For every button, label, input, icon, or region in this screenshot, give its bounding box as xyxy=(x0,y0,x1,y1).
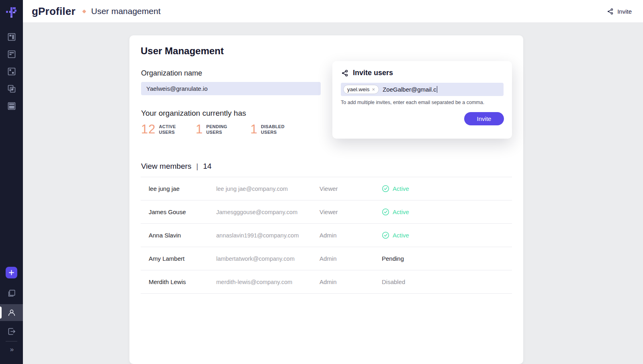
chip-remove-icon[interactable]: × xyxy=(372,86,375,92)
add-icon[interactable] xyxy=(6,267,17,278)
member-status-label: Pending xyxy=(382,255,404,262)
stat-value: 1 xyxy=(196,122,203,137)
member-status: Active xyxy=(382,231,409,239)
members-count-divider: | xyxy=(196,162,198,171)
brand-logo-text: gProfiler xyxy=(32,5,76,18)
invite-submit-button[interactable]: Invite xyxy=(464,112,504,125)
profile-icon xyxy=(0,304,23,321)
top-header: gProfiler User management Invite xyxy=(23,0,643,23)
stats-row: 12 ACTIVE USERS 1 PENDING USERS 1 DISABL… xyxy=(141,122,305,137)
invite-users-title: Invite users xyxy=(341,69,393,77)
compare-icon[interactable] xyxy=(0,80,23,98)
organization-name-label: Organization name xyxy=(141,69,202,78)
invite-email-input[interactable]: yael.weis × ZoeGalber@gmail.c xyxy=(341,83,504,96)
organization-name-input[interactable] xyxy=(141,82,321,95)
stat-active-users: 12 ACTIVE USERS xyxy=(141,122,196,137)
email-chip-label: yael.weis xyxy=(347,86,370,92)
sidebar: » xyxy=(0,0,23,364)
copy-icon[interactable] xyxy=(0,284,23,302)
dashboard-icon[interactable] xyxy=(0,28,23,46)
member-role: Viewer xyxy=(319,209,382,215)
status-check-icon xyxy=(382,185,389,192)
member-role: Admin xyxy=(319,232,382,239)
stat-value: 12 xyxy=(141,122,156,137)
brand-separator-diamond-icon xyxy=(82,9,86,13)
table-row[interactable]: Anna Slavin annaslavin1991@company.com A… xyxy=(141,224,512,247)
sidebar-item-users[interactable] xyxy=(0,304,23,321)
stat-disabled-users: 1 DISABLED USERS xyxy=(250,122,305,137)
member-role: Viewer xyxy=(319,185,382,192)
member-status-label: Active xyxy=(393,209,409,215)
flamegraph-icon[interactable] xyxy=(0,63,23,80)
status-check-icon xyxy=(382,208,389,216)
member-name: lee jung jae xyxy=(141,185,216,192)
table-row[interactable]: Amy Lambert lambertatwork@company.com Ad… xyxy=(141,247,512,270)
share-icon xyxy=(341,69,349,77)
status-check-icon xyxy=(382,231,389,239)
header-invite-button[interactable]: Invite xyxy=(606,8,632,15)
text-cursor xyxy=(437,86,437,93)
member-status: Active xyxy=(382,208,409,216)
member-name: James Gouse xyxy=(141,209,216,215)
view-members-heading: View members | 14 xyxy=(141,162,211,171)
stat-label: DISABLED USERS xyxy=(261,124,285,135)
header-invite-label: Invite xyxy=(617,8,632,15)
member-email: merdith-lewis@company.com xyxy=(216,279,319,285)
logout-icon[interactable] xyxy=(0,323,23,340)
report-icon[interactable] xyxy=(0,45,23,63)
member-name: Anna Slavin xyxy=(141,232,216,239)
stat-label: PENDING USERS xyxy=(206,124,227,135)
member-name: Merdith Lewis xyxy=(141,278,216,285)
member-status-label: Disabled xyxy=(382,278,405,285)
app-root: » gProfiler User management Invite User … xyxy=(0,0,643,364)
invite-helper-text: To add multiple invites, enter each emai… xyxy=(341,100,484,105)
gprofiler-logo-icon[interactable] xyxy=(0,0,23,23)
email-chip: yael.weis × xyxy=(343,85,379,94)
member-status: Pending xyxy=(382,255,404,262)
stat-label: ACTIVE USERS xyxy=(159,124,176,135)
member-email: lambertatwork@company.com xyxy=(216,256,319,262)
member-status-label: Active xyxy=(393,232,409,239)
member-status: Disabled xyxy=(382,278,405,285)
member-name: Amy Lambert xyxy=(141,255,216,262)
invite-input-value: ZoeGalber@gmail.c xyxy=(383,86,436,93)
member-status-label: Active xyxy=(393,185,409,192)
table-view-icon[interactable] xyxy=(0,97,23,115)
member-role: Admin xyxy=(319,255,382,262)
member-status: Active xyxy=(382,185,409,192)
members-table: lee jung jae lee jung jae@company.com Vi… xyxy=(141,177,512,294)
sidebar-collapse-chevrons-icon[interactable]: » xyxy=(0,344,23,356)
page-title: User Management xyxy=(141,45,224,57)
sidebar-divider xyxy=(6,341,17,342)
share-icon xyxy=(606,8,614,15)
member-role: Admin xyxy=(319,278,382,285)
member-email: Jamesgggouse@company.com xyxy=(216,209,319,215)
stats-heading: Your organization currently has xyxy=(141,109,246,118)
breadcrumb-page-title: User management xyxy=(91,6,161,16)
stat-pending-users: 1 PENDING USERS xyxy=(196,122,250,137)
table-row[interactable]: James Gouse Jamesgggouse@company.com Vie… xyxy=(141,200,512,224)
table-row[interactable]: Merdith Lewis merdith-lewis@company.com … xyxy=(141,270,512,294)
table-row[interactable]: lee jung jae lee jung jae@company.com Vi… xyxy=(141,177,512,200)
member-email: annaslavin1991@company.com xyxy=(216,232,319,239)
invite-users-card: Invite users yael.weis × ZoeGalber@gmail… xyxy=(332,61,512,139)
members-count: 14 xyxy=(203,162,211,171)
member-email: lee jung jae@company.com xyxy=(216,186,319,192)
stat-value: 1 xyxy=(250,122,258,137)
